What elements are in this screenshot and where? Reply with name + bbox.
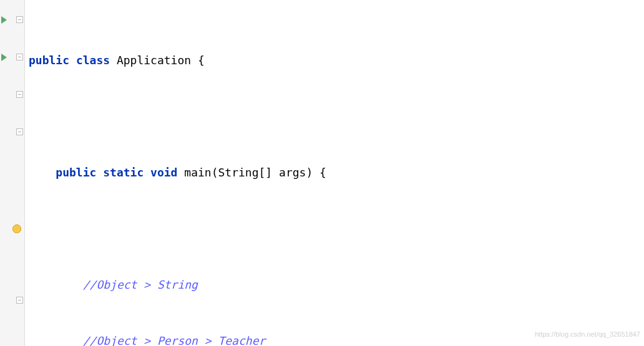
watermark-text: https://blog.csdn.net/qq_32651847 (535, 325, 640, 344)
run-icon[interactable] (1, 54, 10, 62)
code-line (29, 107, 644, 126)
code-line: //Object > String (29, 276, 644, 294)
editor-gutter: − − − − − (0, 0, 25, 346)
code-line (29, 219, 644, 238)
fold-toggle[interactable]: − (16, 297, 23, 304)
code-editor[interactable]: public class Application { public static… (25, 0, 644, 346)
run-icon[interactable] (1, 16, 10, 25)
code-line: public class Application { (29, 51, 644, 70)
fold-toggle[interactable]: − (16, 54, 23, 60)
fold-toggle[interactable]: − (16, 91, 23, 98)
fold-toggle[interactable]: − (16, 16, 23, 23)
fold-toggle[interactable]: − (16, 128, 23, 135)
lightbulb-icon[interactable] (12, 224, 21, 233)
code-line: public static void main(String[] args) { (29, 163, 644, 182)
